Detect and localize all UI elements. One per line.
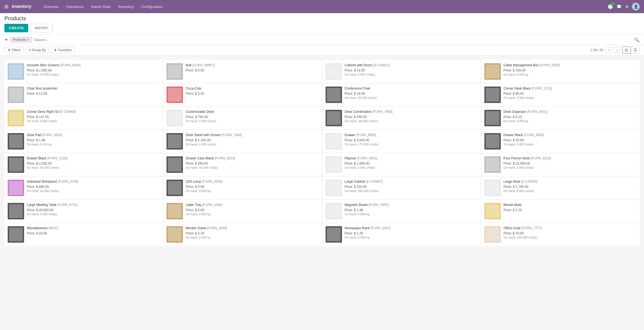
- grid-menu-icon[interactable]: ⊞: [4, 4, 8, 10]
- nav-configuration[interactable]: Configuration: [138, 3, 166, 10]
- product-card[interactable]: Drawer [FURN_8855] Price: $ 3,645.00 On …: [322, 130, 481, 153]
- group-by-button[interactable]: ≡ Group By: [26, 47, 49, 53]
- nav-links: Overview Operations Master Data Reportin…: [40, 3, 605, 10]
- search-left: ▼ Products ✕: [4, 37, 634, 42]
- product-price: Price: $ 2,250.00: [27, 162, 160, 165]
- product-card[interactable]: Desk Combination [FURN_7800] Price: $ 45…: [322, 107, 481, 130]
- product-card[interactable]: Large Meeting Table [FURN_6741] Price: $…: [4, 200, 163, 223]
- group-icon: ≡: [29, 48, 31, 52]
- product-card[interactable]: Conference Chair Price: $ 16.50 On hand:…: [322, 83, 481, 106]
- product-price: Price: $ 85.00: [504, 92, 636, 96]
- chat-icon[interactable]: 💬: [616, 4, 622, 9]
- product-card[interactable]: Customizable Desk Price: $ 750.00 On han…: [163, 107, 322, 130]
- product-card[interactable]: Minute Maid Price: $ 2.20: [481, 200, 640, 223]
- product-card[interactable]: Corner Desk Right Sit [E-COM06] Price: $…: [4, 107, 163, 130]
- product-card[interactable]: Large Desk [E-COM09] Price: $ 1,799.00 O…: [481, 176, 640, 199]
- list-view-button[interactable]: ☰: [631, 47, 640, 54]
- nav-overview[interactable]: Overview: [40, 3, 62, 10]
- product-stock: On hand: 250.000 Unit(s): [345, 189, 478, 193]
- search-submit-icon[interactable]: 🔍: [634, 37, 640, 42]
- toolbar-left: ▼ Filters ≡ Group By ★ Favorites: [4, 47, 75, 53]
- product-image: [326, 156, 342, 173]
- product-stock: On hand: 0.000 Unit(s): [27, 213, 160, 216]
- prev-page-button[interactable]: ‹: [606, 47, 612, 53]
- product-card[interactable]: Letter Tray [FURN_0004] Price: $ 4.80 On…: [163, 200, 322, 223]
- product-info: Flipover [FURN_9001] Price: $ 1,950.00 O…: [345, 156, 478, 169]
- product-card[interactable]: Chair floor protection Price: $ 12.00: [4, 83, 163, 106]
- next-page-button[interactable]: ›: [614, 47, 620, 53]
- user-avatar[interactable]: 👤: [632, 3, 640, 10]
- product-name: Large Cabinet [E-COM07]: [345, 180, 478, 184]
- product-card[interactable]: Individual Workplace [FURN_0789] Price: …: [4, 176, 163, 199]
- product-card[interactable]: Monitor Stand [FURN_0006] Price: $ 3.19 …: [163, 223, 322, 246]
- product-image: [166, 87, 183, 103]
- favorites-button[interactable]: ★ Favorites: [51, 47, 74, 53]
- product-stock: On hand: 0.000 Unit(s): [27, 119, 160, 123]
- product-price: Price: $ 1.98: [345, 208, 478, 212]
- product-price: Price: $ 1,799.00: [504, 185, 636, 189]
- product-code: [FURN_0003]: [202, 180, 222, 183]
- product-card[interactable]: Desk Stand with Screen [FURN_7888] Price…: [163, 130, 322, 153]
- product-code: [FURN_7800]: [372, 110, 392, 114]
- create-button[interactable]: CREATE: [4, 24, 28, 32]
- product-card[interactable]: Flipover [FURN_9001] Price: $ 1,950.00 O…: [322, 153, 481, 176]
- product-stock: On hand: 175.000 Unit(s): [345, 143, 478, 146]
- product-info: Chair floor protection Price: $ 12.00: [27, 87, 160, 96]
- product-card[interactable]: Bolt [CONS_89957] Price: $ 0.50: [163, 60, 322, 83]
- svg-rect-19: [486, 158, 499, 171]
- product-stock: On hand: 45.000 Unit(s): [27, 166, 160, 169]
- product-name: Flipover [FURN_9001]: [345, 156, 478, 161]
- activity-icon[interactable]: 🕓 7: [608, 4, 613, 9]
- product-price: Price: $ 12.00: [27, 92, 160, 96]
- close-icon[interactable]: ✕: [625, 4, 629, 9]
- product-name: Conference Chair: [345, 87, 478, 91]
- svg-rect-4: [9, 88, 23, 102]
- product-stock: On hand: 0.000 kg: [186, 213, 318, 216]
- product-code: [FURN_0002]: [42, 133, 62, 137]
- product-name: Drawer Black [FURN_2100]: [27, 156, 160, 161]
- product-image: [8, 133, 24, 150]
- product-card[interactable]: Magnetic Board [FURN_0005] Price: $ 1.98…: [322, 200, 481, 223]
- product-stock: On hand: 0.000 Unit(s): [504, 166, 636, 169]
- product-card[interactable]: Acoustic Bloc Screens [FURN_6666] Price:…: [4, 60, 163, 83]
- product-card[interactable]: LED Lamp [FURN_0003] Price: $ 0.90 On ha…: [163, 176, 322, 199]
- product-card[interactable]: Miscellaneous [MISC] Price: $ 18.00: [4, 223, 163, 246]
- product-price: Price: $ 0.90: [186, 185, 318, 189]
- product-image: [484, 63, 501, 80]
- search-input[interactable]: [34, 38, 634, 42]
- product-card[interactable]: Large Cabinet [E-COM07] Price: $ 320.00 …: [322, 176, 481, 199]
- product-card[interactable]: Newspaper Rack [FURN_0007] Price: $ 1.28…: [322, 223, 481, 246]
- svg-rect-20: [9, 181, 23, 195]
- product-price: Price: $ 147.00: [27, 115, 160, 119]
- product-card[interactable]: Desk Pad [FURN_0002] Price: $ 1.98 On ha…: [4, 130, 163, 153]
- product-card[interactable]: Cabinet with Doors [E-COM11] Price: $ 14…: [322, 60, 481, 83]
- search-tag-products[interactable]: Products ✕: [10, 37, 32, 42]
- product-card[interactable]: Corner Desk Black [FURN_1118] Price: $ 8…: [481, 83, 640, 106]
- filters-button[interactable]: ▼ Filters: [4, 47, 24, 53]
- star-icon: ★: [54, 48, 57, 52]
- product-code: [FURN_0004]: [202, 203, 222, 207]
- product-image: [8, 156, 24, 173]
- product-card[interactable]: Office Chair [FURN_7777] Price: $ 70.00 …: [481, 223, 640, 246]
- products-grid: Acoustic Bloc Screens [FURN_6666] Price:…: [4, 60, 640, 246]
- product-name: Drawer Case Black [FURN_5623]: [186, 156, 318, 161]
- svg-rect-23: [486, 181, 499, 195]
- product-code: [FURN_2100]: [47, 156, 67, 160]
- product-card[interactable]: Coca-Cola Price: $ 2.20: [163, 83, 322, 106]
- search-tag-remove[interactable]: ✕: [27, 38, 30, 42]
- product-card[interactable]: Cable Management Box [FURN_5555] Price: …: [481, 60, 640, 83]
- product-name: Minute Maid: [504, 203, 636, 207]
- product-card[interactable]: Drawer Black [FURN_2100] Price: $ 2,250.…: [4, 153, 163, 176]
- product-card[interactable]: Desk Organizer [FURN_0001] Price: $ 5.10…: [481, 107, 640, 130]
- nav-master-data[interactable]: Master Data: [88, 3, 114, 10]
- product-price: Price: $ 70.00: [504, 231, 636, 235]
- product-card[interactable]: Drawer Black [FURN_8900] Price: $ 25.00 …: [481, 130, 640, 153]
- svg-rect-30: [327, 228, 341, 241]
- nav-reporting[interactable]: Reporting: [115, 3, 137, 10]
- nav-operations[interactable]: Operations: [63, 3, 87, 10]
- product-card[interactable]: Drawer Case Black [FURN_5623] Price: $ 8…: [163, 153, 322, 176]
- product-info: Four Person Desk [FURN_8220] Price: $ 23…: [504, 156, 636, 169]
- import-button[interactable]: IMPORT: [30, 24, 52, 32]
- product-card[interactable]: Four Person Desk [FURN_8220] Price: $ 23…: [481, 153, 640, 176]
- grid-view-button[interactable]: ⊞: [622, 47, 631, 54]
